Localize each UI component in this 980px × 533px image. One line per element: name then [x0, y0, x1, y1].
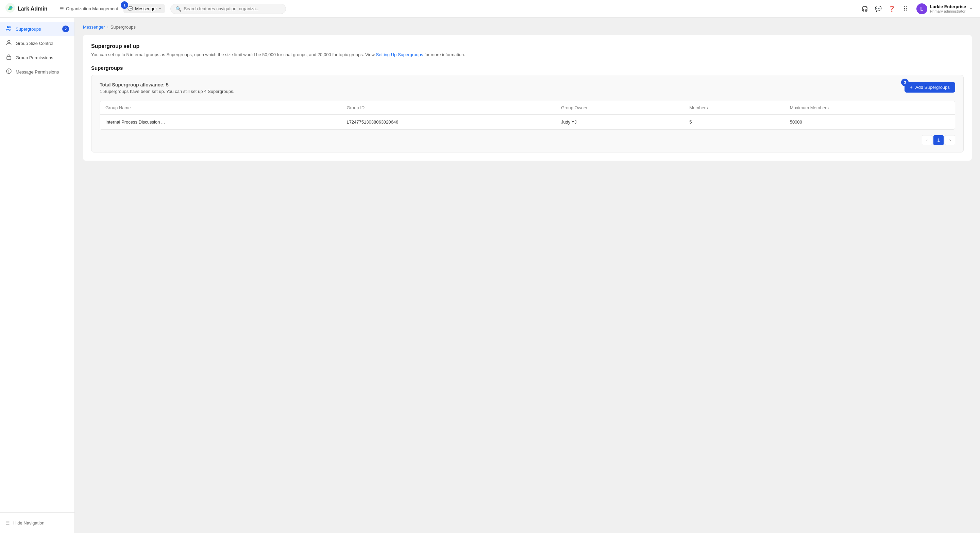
tab-messenger[interactable]: 💬 Messenger 1 ▾ [123, 4, 165, 13]
supergroups-table: Group Name Group ID Group Owner Members … [100, 101, 955, 129]
svg-point-1 [7, 26, 9, 28]
headset-icon[interactable]: 🎧 [859, 3, 870, 14]
tab-org-management[interactable]: ☰ Organization Management [56, 4, 122, 13]
sidebar-supergroups-label: Supergroups [16, 27, 59, 32]
total-allowance: Total Supergroup allowance: 5 [100, 82, 234, 88]
page-1-button[interactable]: 1 [934, 135, 943, 145]
add-btn-container: 3 + Add Supergroups [905, 82, 955, 93]
breadcrumb-current: Supergroups [110, 24, 136, 30]
setup-card: Supergroup set up You can set up to 5 in… [83, 35, 972, 161]
sidebar-bottom: ☰ Hide Navigation [0, 512, 75, 529]
supergroups-section: Supergroups Total Supergroup allowance: … [91, 65, 964, 153]
pagination: ‹ 1 › [100, 135, 955, 145]
org-tab-icon: ☰ [60, 6, 64, 11]
svg-point-3 [8, 40, 10, 43]
cell-max-members: 50000 [784, 114, 955, 129]
hide-nav-icon: ☰ [5, 520, 10, 525]
prev-page-button[interactable]: ‹ [922, 135, 932, 145]
sg-header: Total Supergroup allowance: 5 1 Supergro… [100, 82, 955, 94]
hide-nav-label: Hide Navigation [13, 520, 45, 525]
breadcrumb-parent[interactable]: Messenger [83, 24, 105, 30]
sidebar-supergroups-badge: 2 [62, 26, 69, 32]
sidebar-item-supergroups[interactable]: Supergroups 2 [0, 22, 75, 36]
main-layout: Supergroups 2 Group Size Control Group P… [0, 18, 980, 533]
message-permissions-icon [5, 68, 12, 75]
search-bar: 🔍 [170, 4, 286, 14]
table-row: Internal Process Discussion ... L7247751… [100, 114, 955, 129]
message-icon[interactable]: 💬 [873, 3, 884, 14]
top-nav: Lark Admin ☰ Organization Management 💬 M… [0, 0, 980, 18]
breadcrumb: Messenger › Supergroups [83, 24, 972, 30]
add-btn-annotation: 3 [901, 79, 908, 86]
user-name: Larkie Enterprise [930, 4, 966, 9]
cell-group-owner: Judy YJ [556, 114, 684, 129]
sidebar-item-group-size-control[interactable]: Group Size Control [0, 36, 75, 50]
sg-stats: Total Supergroup allowance: 5 1 Supergro… [100, 82, 234, 94]
logo-area: Lark Admin [5, 3, 53, 14]
col-members: Members [684, 101, 784, 115]
avatar: L [916, 3, 927, 14]
supergroups-icon [5, 25, 12, 33]
svg-rect-4 [7, 56, 11, 59]
app-title: Lark Admin [18, 6, 47, 12]
table-body: Internal Process Discussion ... L7247751… [100, 114, 955, 129]
add-icon: + [910, 85, 913, 90]
user-info: Larkie Enterprise Primary administrator [930, 4, 966, 13]
next-page-button[interactable]: › [945, 135, 955, 145]
user-role: Primary administrator [930, 9, 966, 13]
nav-tabs: ☰ Organization Management 💬 Messenger 1 … [56, 4, 165, 13]
group-size-icon [5, 40, 12, 47]
cell-group-name: Internal Process Discussion ... [100, 114, 341, 129]
col-group-owner: Group Owner [556, 101, 684, 115]
messenger-tab-badge: 1 [121, 2, 128, 9]
group-permissions-icon [5, 54, 12, 61]
search-input[interactable] [184, 6, 281, 11]
setup-info: 1 Supergroups have been set up. You can … [100, 89, 234, 94]
sidebar-group-permissions-label: Group Permissions [16, 55, 69, 60]
search-icon: 🔍 [175, 6, 181, 11]
supergroups-table-container: Group Name Group ID Group Owner Members … [100, 101, 955, 130]
sidebar-group-size-label: Group Size Control [16, 41, 69, 46]
table-head: Group Name Group ID Group Owner Members … [100, 101, 955, 115]
col-group-id: Group ID [341, 101, 555, 115]
svg-point-2 [9, 26, 11, 28]
cell-group-id: L72477513038063020646 [341, 114, 555, 129]
sidebar-item-message-permissions[interactable]: Message Permissions [0, 65, 75, 79]
nav-actions: 🎧 💬 ❓ ⠿ L Larkie Enterprise Primary admi… [859, 2, 975, 16]
hide-navigation-button[interactable]: ☰ Hide Navigation [0, 517, 75, 529]
content-area: Messenger › Supergroups Supergroup set u… [75, 18, 980, 533]
help-icon[interactable]: ❓ [886, 3, 897, 14]
sidebar-item-group-permissions[interactable]: Group Permissions [0, 50, 75, 65]
setup-link[interactable]: Setting Up Supergroups [376, 52, 423, 57]
user-dropdown-icon: ▾ [970, 7, 972, 11]
table-header-row: Group Name Group ID Group Owner Members … [100, 101, 955, 115]
grid-icon[interactable]: ⠿ [900, 3, 911, 14]
add-supergroups-button[interactable]: + Add Supergroups [905, 82, 955, 93]
col-max-members: Maximum Members [784, 101, 955, 115]
sidebar: Supergroups 2 Group Size Control Group P… [0, 18, 75, 533]
col-group-name: Group Name [100, 101, 341, 115]
setup-title: Supergroup set up [91, 43, 964, 49]
logo-icon [5, 3, 15, 14]
breadcrumb-separator: › [107, 24, 108, 30]
supergroups-card: Total Supergroup allowance: 5 1 Supergro… [91, 75, 964, 153]
user-area[interactable]: L Larkie Enterprise Primary administrato… [914, 2, 975, 16]
chevron-down-icon: ▾ [159, 7, 161, 11]
messenger-tab-icon: 💬 [127, 6, 133, 11]
supergroups-section-title: Supergroups [91, 65, 964, 71]
sidebar-message-permissions-label: Message Permissions [16, 69, 69, 75]
setup-description: You can set up to 5 internal groups as S… [91, 51, 964, 58]
cell-members: 5 [684, 114, 784, 129]
